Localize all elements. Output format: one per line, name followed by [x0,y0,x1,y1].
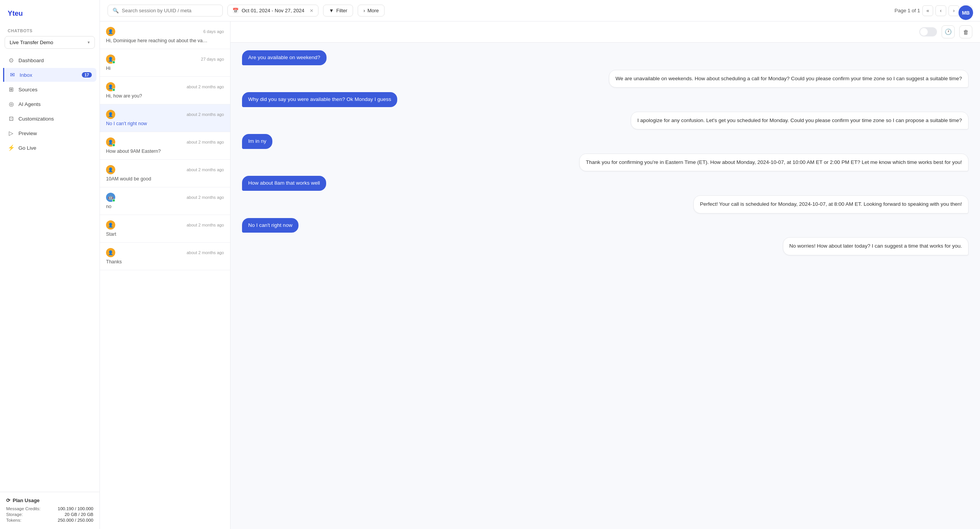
session-avatar: 👤 [106,165,115,174]
message-user: Im in ny [242,134,968,149]
session-item[interactable]: 👤 about 2 months ago Thanks [100,243,230,270]
plan-row: Storage:20 GB / 20 GB [6,512,93,517]
session-header: 👤 about 2 months ago [106,165,224,174]
chat-messages: Are you available on weekend?We are unav… [230,43,980,529]
chat-toolbar: 🕐 🗑 [230,21,980,43]
avatar: 👤 [106,248,115,257]
toggle-button[interactable] [919,27,937,36]
first-page-button[interactable]: « [922,5,933,16]
delete-button[interactable]: 🗑 [959,25,972,38]
bubble-user: Im in ny [242,134,272,149]
go-live-icon: ⚡ [8,144,15,151]
next-page-button[interactable]: › [948,5,959,16]
date-filter[interactable]: 📅 Oct 01, 2024 - Nov 27, 2024 ✕ [227,5,318,17]
sidebar-item-ai-agents[interactable]: ◎ AI Agents [3,97,96,111]
session-preview: No I can't right now [106,121,210,126]
session-preview: Hi, Dominique here reaching out about th… [106,38,210,43]
session-avatar: 👤 [106,55,115,64]
avatar: 👤 [106,137,115,147]
message-bot: Perfect! Your call is scheduled for Mond… [242,195,968,213]
session-header: 👤 about 2 months ago [106,137,224,147]
plan-row: Tokens:250.000 / 250.000 [6,518,93,522]
bubble-user: Why did you say you were available then?… [242,92,397,107]
session-item[interactable]: 👤 about 2 months ago How about 9AM Easte… [100,132,230,160]
sidebar-item-label: Sources [18,87,38,93]
session-item[interactable]: 👤 about 2 months ago No I can't right no… [100,104,230,132]
nav-items: ⊙ Dashboard ✉ Inbox 17 ⊞ Sources ◎ AI Ag… [3,53,96,155]
filter-button[interactable]: ▼ Filter [323,5,353,17]
close-icon[interactable]: ✕ [310,8,313,13]
plan-row-value: 100.190 / 100.000 [58,506,93,511]
avatar: 👤 [106,27,115,36]
sidebar-item-preview[interactable]: ▷ Preview [3,126,96,140]
more-button[interactable]: › More [358,5,385,17]
avatar: 👤 [106,110,115,119]
bubble-bot: We are unavailable on weekends. How abou… [609,70,968,88]
session-header: 👤 about 2 months ago [106,110,224,119]
filter-label: Filter [336,8,347,13]
bubble-bot: I apologize for any confusion. Let's get… [631,112,968,129]
user-initials: MB [962,10,970,16]
sidebar-item-label: Customizations [18,116,54,122]
session-item[interactable]: 👤 about 2 months ago Start [100,215,230,243]
session-time: 6 days ago [203,29,224,34]
session-time: about 2 months ago [187,195,224,200]
inbox-icon: ✉ [9,71,16,78]
session-time: about 2 months ago [187,84,224,89]
session-avatar: 👤 [106,248,115,257]
session-time: about 2 months ago [187,112,224,117]
sidebar-item-inbox[interactable]: ✉ Inbox 17 [3,68,96,82]
sidebar-item-go-live[interactable]: ⚡ Go Live [3,141,96,155]
content: 👤 6 days ago Hi, Dominique here reaching… [100,21,980,529]
sidebar-item-dashboard[interactable]: ⊙ Dashboard [3,53,96,67]
message-bot: Thank you for confirming you're in Easte… [242,154,968,171]
session-item[interactable]: 🤖 about 2 months ago no [100,187,230,215]
plan-row-label: Message Credits: [6,506,40,511]
session-preview: Thanks [106,259,210,264]
chatbot-selector[interactable]: Live Transfer Demo ▾ [5,36,95,49]
message-bot: I apologize for any confusion. Let's get… [242,112,968,129]
bubble-bot: Thank you for confirming you're in Easte… [579,154,968,171]
session-header: 🤖 about 2 months ago [106,193,224,202]
chatbots-label: Chatbots [3,25,96,35]
session-item[interactable]: 👤 6 days ago Hi, Dominique here reaching… [100,21,230,49]
session-avatar: 👤 [106,27,115,36]
user-avatar[interactable]: MB [958,5,973,20]
ai-agents-icon: ◎ [8,101,15,107]
toggle-circle [920,28,928,36]
session-item[interactable]: 👤 about 2 months ago 10AM would be good [100,160,230,187]
plan-row-label: Tokens: [6,518,22,522]
plan-rows: Message Credits:100.190 / 100.000Storage… [6,506,93,522]
bubble-user: Are you available on weekend? [242,50,327,65]
logo: Yteu [0,0,99,25]
bubble-user: How about 8am that works well [242,176,326,191]
dashboard-icon: ⊙ [8,57,15,64]
plan-row-value: 250.000 / 250.000 [58,518,93,522]
session-time: 27 days ago [201,57,224,61]
search-input[interactable] [122,8,218,13]
info-button[interactable]: 🕐 [942,25,955,38]
session-avatar: 👤 [106,82,115,91]
sidebar-item-label: Go Live [18,145,36,151]
customizations-icon: ⊡ [8,115,15,122]
search-box[interactable]: 🔍 [108,5,223,17]
avatar: 👤 [106,220,115,230]
session-header: 👤 about 2 months ago [106,82,224,91]
message-user: How about 8am that works well [242,176,968,191]
sidebar: Yteu Chatbots Live Transfer Demo ▾ ⊙ Das… [0,0,100,529]
message-bot: We are unavailable on weekends. How abou… [242,70,968,88]
date-range-label: Oct 01, 2024 - Nov 27, 2024 [242,8,304,13]
message-user: No I can't right now [242,218,968,233]
prev-page-button[interactable]: ‹ [935,5,946,16]
avatar: 👤 [106,165,115,174]
sidebar-item-sources[interactable]: ⊞ Sources [3,83,96,96]
session-item[interactable]: 👤 about 2 months ago Hi, how are you? [100,77,230,104]
svg-text:Yteu: Yteu [8,10,23,17]
more-label: More [367,8,379,13]
sidebar-item-label: Preview [18,131,37,136]
calendar-icon: 📅 [232,8,239,13]
session-header: 👤 about 2 months ago [106,248,224,257]
session-time: about 2 months ago [187,223,224,227]
sidebar-item-customizations[interactable]: ⊡ Customizations [3,112,96,126]
session-item[interactable]: 👤 27 days ago Hi [100,49,230,77]
